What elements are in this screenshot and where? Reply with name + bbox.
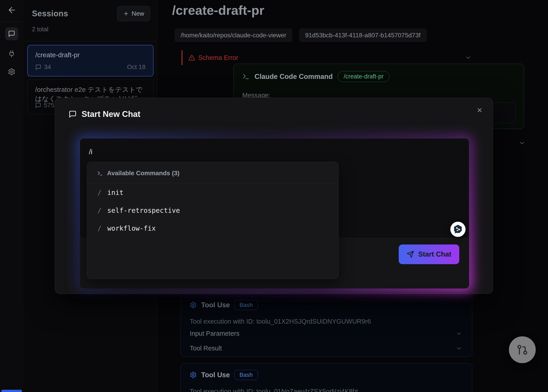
- message-count: 575: [35, 102, 54, 109]
- session-id-badge: 91d53bcb-413f-4118-a807-b1457075d73f: [299, 28, 426, 42]
- start-chat-button[interactable]: Start Chat: [399, 245, 459, 264]
- arrow-left-icon: [7, 5, 17, 15]
- command-item-init[interactable]: / init: [87, 183, 338, 201]
- session-date: Oct 18: [127, 63, 146, 71]
- tool-card-header: Tool Use Bash: [190, 370, 258, 380]
- repo-path-badge: /home/kaito/repos/claude-code-viewer: [175, 28, 292, 42]
- command-name: self-retrospective: [107, 207, 180, 214]
- command-item-self-retrospective[interactable]: / self-retrospective: [87, 201, 338, 219]
- input-parameters-toggle[interactable]: Input Parameters: [190, 330, 462, 337]
- message-count: 34: [35, 63, 51, 71]
- tool-use-title: Tool Use: [201, 301, 230, 309]
- plus-icon: [123, 11, 129, 17]
- sidebar-divider: [0, 22, 23, 22]
- start-new-chat-dialog: Start New Chat /i Start Chat Availabl: [55, 98, 493, 294]
- dialog-title: Start New Chat: [82, 110, 140, 119]
- command-autocomplete-popup: Available Commands (3) / init / self-ret…: [87, 162, 339, 279]
- chevron-down-icon[interactable]: [465, 54, 471, 61]
- send-icon: [407, 251, 414, 258]
- sessions-divider: [23, 41, 157, 41]
- gear-icon: [190, 371, 197, 378]
- command-prefix: /: [98, 207, 101, 214]
- terminal-icon: [97, 170, 103, 176]
- command-prefix: /: [98, 224, 101, 232]
- gear-icon: [8, 68, 15, 76]
- sidebar-bottom-indicator: [1, 390, 22, 392]
- chat-bubble-icon: [35, 102, 41, 108]
- sidebar-item-settings[interactable]: [5, 65, 18, 78]
- message-count-value: 34: [44, 63, 51, 71]
- new-session-label: New: [132, 10, 144, 17]
- command-item-workflow-fix[interactable]: / workflow-fix: [87, 219, 338, 237]
- bash-badge: Bash: [234, 370, 258, 380]
- chat-bubble-icon: [8, 30, 15, 37]
- command-name: workflow-fix: [107, 224, 156, 232]
- tool-use-card-2: Tool Use Bash Tool execution with ID: to…: [181, 363, 472, 392]
- git-branch-fab-button[interactable]: [509, 336, 536, 363]
- git-pull-request-icon: [516, 344, 528, 356]
- page-title: /create-draft-pr: [172, 3, 264, 18]
- warning-triangle-icon: [188, 54, 195, 61]
- chat-bubble-icon: [35, 64, 41, 70]
- session-meta: 34 Oct 18: [35, 63, 146, 71]
- command-name: init: [107, 189, 123, 196]
- command-card-header: Claude Code Command /create-draft-pr: [242, 71, 390, 82]
- command-card-title: Claude Code Command: [254, 73, 333, 81]
- tool-card-header: Tool Use Bash: [190, 300, 258, 310]
- sessions-header: Sessions New: [32, 6, 150, 21]
- sessions-panel-title: Sessions: [32, 9, 68, 18]
- sidebar: [0, 0, 24, 392]
- tool-use-card-1: Tool Use Bash Tool execution with ID: to…: [181, 294, 472, 357]
- tool-execution-id: Tool execution with ID: toolu_01X2HSJQrd…: [190, 318, 371, 325]
- available-commands-header: Available Commands (3): [97, 170, 179, 177]
- command-badge: /create-draft-pr: [338, 71, 390, 82]
- tool-execution-id: Tool execution with ID: toolu_01NnZaey4r…: [190, 388, 358, 392]
- bash-badge: Bash: [234, 300, 258, 310]
- session-meta-badges: /home/kaito/repos/claude-code-viewer 91d…: [175, 28, 427, 42]
- sessions-total-count: 2 total: [32, 26, 49, 33]
- app-screen: Sessions New 2 total /create-draft-pr 34…: [0, 0, 548, 392]
- gear-icon: [190, 301, 197, 308]
- close-button[interactable]: [476, 107, 483, 113]
- sidebar-item-sessions[interactable]: [5, 27, 18, 40]
- plug-icon: [8, 50, 15, 58]
- popup-divider: [87, 183, 338, 183]
- start-chat-label: Start Chat: [418, 250, 451, 258]
- session-card-create-draft-pr[interactable]: /create-draft-pr 34 Oct 18: [27, 45, 154, 77]
- input-parameters-label: Input Parameters: [190, 330, 239, 337]
- session-title: /create-draft-pr: [35, 51, 146, 59]
- chat-bubble-icon: [69, 110, 77, 118]
- tool-use-title: Tool Use: [201, 371, 230, 379]
- chat-share-logo-icon: [453, 224, 463, 234]
- dialog-header: Start New Chat: [69, 110, 140, 119]
- tool-result-label: Tool Result: [190, 345, 222, 352]
- schema-error-label: Schema Error: [198, 54, 238, 62]
- tool-result-toggle[interactable]: Tool Result: [190, 345, 462, 352]
- chevron-down-icon: [456, 345, 462, 351]
- message-count-value: 575: [44, 102, 54, 109]
- sidebar-item-mcp[interactable]: [5, 47, 18, 60]
- extension-logo-button[interactable]: [450, 222, 465, 237]
- chevron-down-icon[interactable]: [519, 140, 526, 147]
- command-list: / init / self-retrospective / workflow-f…: [87, 183, 338, 237]
- chevron-down-icon: [456, 330, 462, 337]
- close-icon: [476, 107, 483, 113]
- command-prefix: /: [98, 189, 101, 196]
- new-session-button[interactable]: New: [117, 6, 150, 21]
- schema-error-banner[interactable]: Schema Error: [182, 50, 471, 65]
- back-button[interactable]: [7, 5, 17, 15]
- terminal-icon: [242, 73, 250, 80]
- available-commands-label: Available Commands (3): [107, 170, 179, 177]
